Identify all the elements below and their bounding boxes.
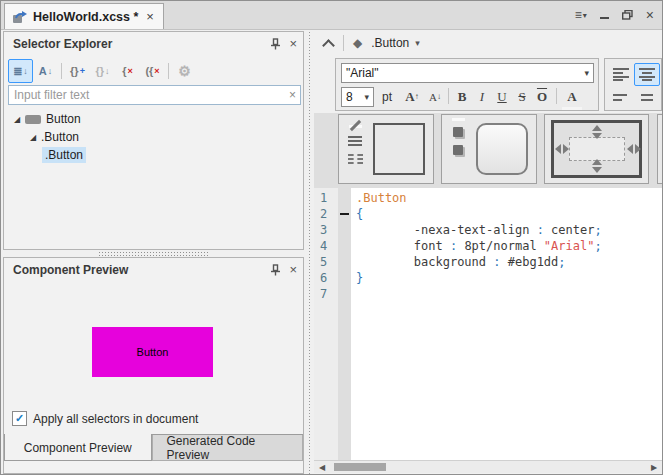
italic-button[interactable]: I [472, 86, 492, 107]
fold-marker-icon[interactable] [340, 213, 349, 215]
chevron-down-icon: ▾ [584, 68, 593, 78]
add-selector-button[interactable]: {}+ [65, 59, 90, 83]
window-close-icon[interactable]: × [646, 9, 654, 21]
padding-box-preview[interactable] [569, 137, 625, 161]
gear-icon: ⚙ [178, 63, 191, 79]
delete-selector-button[interactable]: {× [115, 59, 140, 83]
tab-close-icon[interactable]: × [144, 10, 154, 23]
margin-box-preview[interactable] [551, 120, 642, 178]
selector-explorer-panel: Selector Explorer × ≣↓ A↓ {}+ { [3, 31, 304, 250]
increase-font-button[interactable]: A↑ [400, 86, 424, 107]
rounded-border-preview[interactable] [476, 123, 528, 175]
align-justify-button[interactable] [634, 86, 660, 109]
clipped-style-group [657, 114, 663, 184]
line-style-icon[interactable] [348, 134, 362, 146]
delete-selector-icon: { [122, 65, 126, 77]
tree-item-button[interactable]: ◢ Button [4, 110, 303, 128]
plain-style-icon[interactable] [453, 145, 463, 155]
horizontal-splitter[interactable] [3, 250, 303, 257]
selector-explorer-title: Selector Explorer [13, 37, 262, 51]
settings-button[interactable]: ⚙ [172, 59, 197, 83]
delete-all-selectors-button[interactable]: ({× [140, 59, 165, 83]
selector-dropdown[interactable]: .Button ▾ [371, 36, 420, 50]
decrease-font-button[interactable]: A↓ [424, 86, 446, 107]
component-icon [25, 115, 41, 124]
style-preview-strip [314, 113, 662, 188]
code-line: 1 .Button [314, 190, 662, 206]
align-center-button[interactable] [634, 63, 660, 86]
component-preview-panel: Component Preview × Button ✓ Apply all s… [3, 257, 304, 474]
align-right-icon [613, 94, 630, 102]
vertical-splitter[interactable] [304, 31, 314, 474]
code-line: 7 [314, 286, 662, 302]
tree-item-dot-button[interactable]: ◢ .Button [4, 128, 303, 146]
add-child-selector-button[interactable]: {}↓ [90, 59, 115, 83]
font-family-combobox[interactable]: "Arial" ▾ [341, 63, 594, 83]
scrollbar-thumb[interactable] [334, 463, 386, 471]
align-left-button[interactable] [608, 63, 634, 86]
border-style-group [338, 114, 434, 184]
clear-filter-icon[interactable]: × [289, 88, 296, 102]
unit-label: pt [382, 90, 392, 104]
overline-button[interactable]: O [532, 86, 552, 107]
restore-icon[interactable] [622, 10, 633, 20]
pin-icon[interactable] [270, 38, 281, 50]
tab-component-preview[interactable]: Component Preview [4, 434, 152, 461]
scroll-right-icon[interactable]: ▶ [648, 462, 660, 473]
checkbox[interactable]: ✓ [12, 411, 27, 426]
document-tab[interactable]: HelloWorld.xcss * × [4, 3, 164, 29]
right-resize-arrows[interactable] [627, 144, 641, 154]
dashed-style-icon[interactable] [348, 152, 363, 164]
window-menu-icon[interactable]: ≡ ▾ [575, 8, 587, 22]
corner-style-group [441, 114, 537, 184]
code-line: 6 } [314, 270, 662, 286]
tree-item-dot-button-child[interactable]: .Button [4, 146, 303, 164]
edit-border-icon[interactable] [349, 120, 362, 128]
strikethrough-button[interactable]: S [512, 86, 532, 107]
minimize-icon[interactable] [600, 11, 609, 19]
toolbar-separator [448, 88, 449, 104]
sort-selectors-button[interactable]: ≣↓ [8, 59, 33, 83]
expander-icon[interactable]: ◢ [12, 115, 22, 124]
chevron-down-icon: ▾ [364, 92, 373, 102]
selector-tree: ◢ Button ◢ .Button .Button [4, 110, 303, 164]
component-preview-header: Component Preview × [4, 258, 303, 281]
shadow-style-icon[interactable] [452, 120, 465, 121]
toolbar-separator [343, 35, 344, 51]
font-color-button[interactable]: A [562, 86, 582, 110]
zoom-style-icon[interactable] [453, 127, 463, 137]
selector-explorer-header: Selector Explorer × [4, 32, 303, 55]
delete-all-selectors-icon: ({ [145, 65, 153, 77]
align-justify-icon [639, 94, 656, 102]
preview-button-component: Button [92, 327, 213, 377]
toolbar-separator [61, 63, 62, 79]
window-controls: ≡ ▾ × [575, 8, 654, 22]
collapse-chevron-icon[interactable] [324, 40, 334, 47]
bottom-resize-arrows[interactable] [592, 159, 602, 173]
filter-input[interactable] [8, 85, 301, 105]
checkbox-label: Apply all selectors in document [33, 412, 198, 426]
top-resize-arrows[interactable] [592, 125, 602, 139]
toolbar-separator [556, 88, 557, 104]
align-right-button[interactable] [608, 86, 634, 109]
sort-alphabetical-button[interactable]: A↓ [33, 59, 58, 83]
left-resize-arrows[interactable] [555, 144, 569, 154]
scroll-left-icon[interactable]: ◀ [316, 462, 328, 473]
alignment-group [604, 58, 662, 111]
selected-tree-label: .Button [42, 147, 86, 163]
square-border-preview[interactable] [373, 123, 425, 175]
underline-button[interactable]: U [492, 86, 512, 107]
pin-icon[interactable] [270, 264, 281, 276]
style-editor-toolbar: ◆ .Button ▾ [314, 29, 662, 57]
code-editor[interactable]: 1 .Button 2 { 3 -nexa-text-align : cente… [314, 188, 662, 460]
horizontal-scrollbar[interactable]: ◀ ▶ [314, 460, 662, 473]
font-size-combobox[interactable]: 8 ▾ [341, 87, 374, 107]
close-icon[interactable]: × [289, 38, 297, 50]
bold-button[interactable]: B [452, 86, 472, 107]
expander-icon[interactable]: ◢ [28, 133, 38, 142]
tab-generated-code-preview[interactable]: Generated Code Preview [152, 435, 303, 461]
close-icon[interactable]: × [289, 264, 297, 276]
selector-dropdown-label: .Button [371, 36, 409, 50]
align-center-icon [639, 68, 656, 81]
apply-selectors-checkbox-row[interactable]: ✓ Apply all selectors in document [12, 411, 198, 426]
